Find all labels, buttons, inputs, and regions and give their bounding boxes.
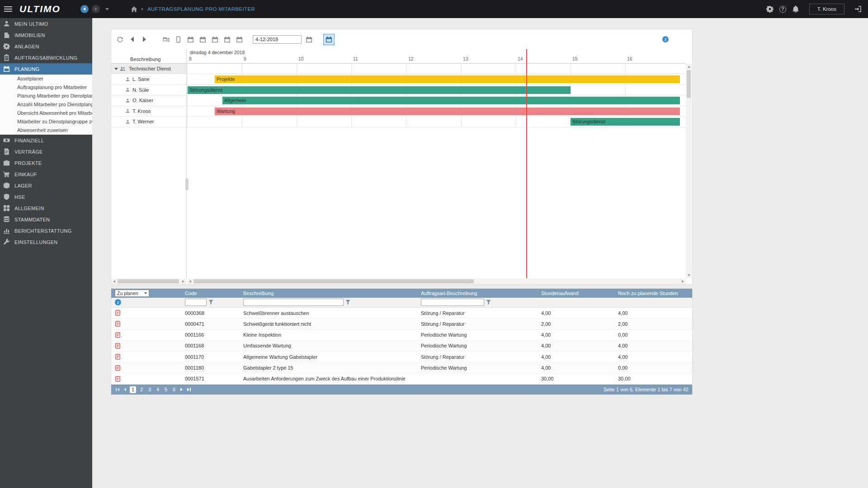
submenu-item-assetplaner[interactable]: Assetplaner — [0, 75, 92, 83]
table-row[interactable]: 0001170 Allgemeine Wartung Gabelstapler … — [111, 352, 692, 362]
table-row[interactable]: 0001166 Kleine Inspektion Periodische Wa… — [111, 330, 692, 341]
gantt-track[interactable]: Allgemein — [187, 95, 686, 106]
sidebar-item-berichterstattung[interactable]: BERICHTERSTATTUNG — [0, 225, 92, 236]
menu-toggle-icon[interactable] — [4, 6, 12, 12]
scrollbar-thumb[interactable] — [687, 70, 691, 98]
day-view-button[interactable] — [185, 34, 195, 44]
page-number-5[interactable]: 5 — [163, 387, 169, 392]
home-icon[interactable] — [131, 6, 137, 13]
previous-day-button[interactable] — [127, 34, 137, 44]
table-row[interactable]: 0001168 Umfassende Wartung Periodische W… — [111, 341, 692, 352]
order-icon[interactable] — [115, 365, 121, 371]
filter-funnel-icon[interactable] — [486, 300, 491, 305]
nav-forward-button[interactable] — [92, 5, 100, 13]
refresh-button[interactable] — [115, 34, 125, 44]
filter-funnel-icon[interactable] — [345, 300, 351, 305]
notifications-icon[interactable] — [792, 5, 799, 13]
column-header-stundenaufwand[interactable]: Stundenaufwand — [541, 291, 618, 296]
planning-filter-select[interactable]: Zu planen — [115, 290, 149, 297]
order-icon[interactable] — [115, 353, 121, 360]
auftragsart-filter-input[interactable] — [421, 299, 484, 306]
order-icon[interactable] — [115, 332, 121, 338]
sidebar-item-vertraege[interactable]: VERTRÄGE — [0, 146, 92, 157]
date-input[interactable] — [253, 35, 302, 44]
column-header-code[interactable]: Code — [185, 291, 243, 296]
scroll-right-icon[interactable] — [180, 278, 186, 284]
user-menu-button[interactable]: T. Kroos — [809, 4, 844, 14]
workweek-view-button[interactable] — [210, 34, 220, 44]
timeline-horizontal-scrollbar[interactable] — [187, 278, 686, 284]
date-picker-button[interactable] — [304, 34, 314, 44]
sidebar-item-lager[interactable]: LAGER — [0, 180, 92, 191]
sidebar-item-immobilien[interactable]: IMMOBILIEN — [0, 29, 92, 41]
gantt-bar[interactable]: Wartung — [215, 108, 680, 115]
page-number-1[interactable]: 1 — [130, 386, 136, 393]
scrollbar-thumb[interactable] — [118, 279, 179, 283]
settings-icon[interactable] — [766, 5, 774, 13]
gantt-bar[interactable]: Allgemein — [222, 97, 680, 104]
gantt-bar[interactable]: Störungsdienst — [571, 118, 680, 126]
submenu-item-auftragsplanung-pro-mitarbeiter[interactable]: Auftragsplanung pro Mitarbeiter — [0, 83, 92, 92]
gantt-group-row[interactable]: Technischer Dienst — [111, 64, 186, 74]
page-number-6[interactable]: 6 — [171, 387, 177, 392]
submenu-item-uebersicht-abwesenheit[interactable]: Übersicht Abwesenheit pro Mitarbeiter — [0, 109, 92, 117]
employee-row[interactable]: O. Kaiser — [111, 95, 186, 106]
collapse-group-icon[interactable] — [114, 68, 118, 70]
order-icon[interactable] — [115, 310, 121, 316]
description-horizontal-scrollbar[interactable] — [111, 278, 186, 284]
order-icon[interactable] — [115, 320, 121, 327]
scroll-up-icon[interactable] — [686, 64, 692, 70]
scrollbar-thumb[interactable] — [193, 279, 474, 283]
scroll-left-icon[interactable] — [187, 278, 193, 284]
table-row[interactable]: 0001571 Ausarbeiten Anforderungen zum Zw… — [111, 374, 692, 385]
gantt-bar[interactable]: Projekte — [215, 75, 680, 83]
employee-row[interactable]: N. Süle — [111, 85, 186, 96]
sidebar-item-planung[interactable]: PLANUNG — [0, 63, 92, 75]
sidebar-item-anlagen[interactable]: ANLAGEN — [0, 41, 92, 52]
table-row[interactable]: 0001180 Gabelstapler 2 type 15 Periodisc… — [111, 362, 692, 373]
submenu-item-abwesenheit-zuweisen[interactable]: Abwesenheit zuweisen — [0, 126, 92, 135]
scroll-right-icon[interactable] — [680, 278, 686, 284]
order-icon[interactable] — [115, 343, 121, 349]
sidebar-item-hse[interactable]: HSE — [0, 191, 92, 202]
sidebar-item-einstellungen[interactable]: EINSTELLUNGEN — [0, 236, 92, 248]
table-row[interactable]: 0000471 Schweißgerät funktioniert nicht … — [111, 319, 692, 329]
breadcrumb[interactable]: AUFTRAGSPLANUNG PRO MITARBEITER — [147, 6, 255, 12]
gantt-track[interactable]: Projekte — [187, 74, 686, 85]
nav-back-button[interactable] — [80, 5, 89, 13]
scroll-left-icon[interactable] — [111, 278, 117, 284]
page-number-4[interactable]: 4 — [155, 387, 160, 392]
sidebar-item-finanziell[interactable]: FINANZIELL — [0, 135, 92, 146]
month-view-button[interactable] — [234, 34, 244, 44]
next-day-button[interactable] — [139, 34, 149, 44]
date-range-view-button[interactable] — [161, 34, 171, 44]
first-page-button[interactable] — [115, 388, 120, 391]
two-day-view-button[interactable] — [198, 34, 208, 44]
previous-page-button[interactable] — [123, 388, 127, 391]
gantt-bar[interactable]: Störungsdienst — [188, 86, 571, 94]
help-icon[interactable]: ? — [779, 6, 786, 13]
sidebar-item-einkauf[interactable]: EINKAUF — [0, 169, 92, 180]
info-icon[interactable]: i — [115, 299, 121, 305]
last-page-button[interactable] — [186, 388, 192, 391]
device-view-button[interactable] — [173, 34, 183, 44]
submenu-item-planung-mitarbeiter[interactable]: Planung Mitarbeiter pro Dienstplangruppe — [0, 92, 92, 100]
page-number-2[interactable]: 2 — [139, 387, 144, 392]
beschreibung-filter-input[interactable] — [243, 299, 344, 306]
planboard-today-toggle[interactable] — [323, 34, 335, 45]
sidebar-item-projekte[interactable]: PROJEKTE — [0, 157, 92, 169]
info-icon[interactable]: i — [662, 36, 669, 42]
filter-funnel-icon[interactable] — [208, 300, 214, 305]
gantt-track[interactable]: Störungsdienst — [187, 85, 686, 96]
scroll-down-icon[interactable] — [686, 272, 692, 278]
code-filter-input[interactable] — [185, 299, 207, 306]
history-dropdown-icon[interactable] — [105, 8, 109, 10]
column-header-auftragsart[interactable]: Auftragsart-Beschreibung — [421, 291, 541, 296]
submenu-item-anzahl-mitarbeiter[interactable]: Anzahl Mitarbeiter pro Dienstplangruppe — [0, 100, 92, 109]
order-icon[interactable] — [115, 375, 121, 382]
gantt-track[interactable]: Störungsdienst — [187, 117, 686, 127]
employee-row[interactable]: T. Kroos — [111, 106, 186, 117]
next-page-button[interactable] — [179, 388, 184, 391]
sidebar-item-allgemein[interactable]: ALLGEMEIN — [0, 202, 92, 214]
employee-row[interactable]: T. Werner — [111, 117, 186, 127]
